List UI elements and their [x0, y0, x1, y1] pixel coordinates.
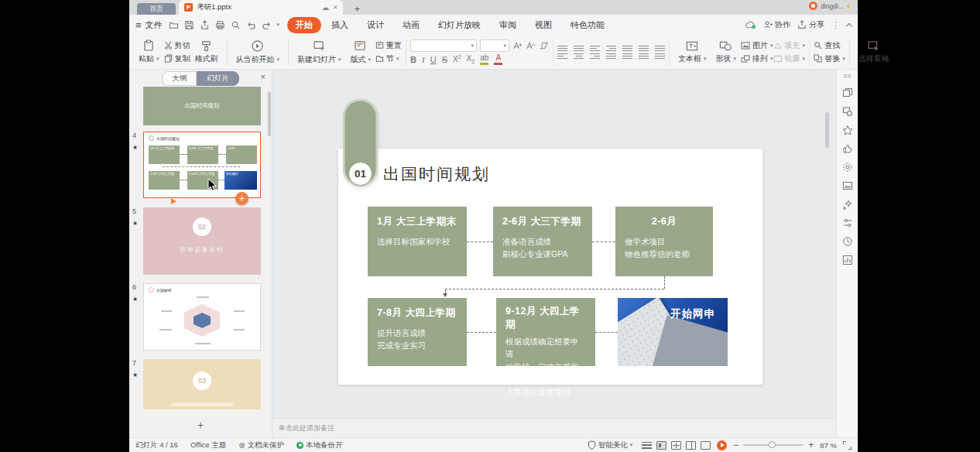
subscript-button[interactable]: X2 — [467, 54, 475, 64]
quick-access-caret-icon[interactable]: ▾ — [277, 22, 280, 28]
align-left-icon[interactable] — [557, 53, 567, 59]
bullets-icon[interactable] — [557, 46, 567, 51]
line-spacing-icon[interactable] — [622, 46, 632, 51]
flow-box-4[interactable]: 7-8月 大四上学期 提升语言成绩 完成专业实习 — [368, 298, 467, 366]
tab-insert[interactable]: 插入 — [323, 17, 357, 33]
tab-home[interactable]: 开始 — [287, 17, 321, 33]
close-tab-icon[interactable]: × — [333, 3, 338, 12]
paragraph-more-icon[interactable] — [655, 53, 665, 59]
theme-name[interactable]: Office 主题 — [190, 440, 226, 450]
sidebar-handle-icon[interactable]: ≡≡ — [843, 73, 852, 80]
paste-button[interactable]: 粘贴▾ — [134, 39, 164, 65]
backup-status[interactable]: 本地备份开 — [296, 440, 343, 450]
strikethrough-button[interactable]: S — [442, 55, 447, 64]
smart-beautify-button[interactable]: 智能美化 ▾ — [588, 440, 633, 450]
italic-button[interactable]: I — [422, 55, 425, 64]
columns-icon[interactable] — [655, 46, 665, 51]
animation-panel-icon[interactable] — [842, 125, 853, 135]
clear-format-icon[interactable] — [539, 41, 549, 50]
print-preview-icon[interactable] — [231, 20, 241, 30]
slide-4-thumb[interactable]: 出国时间规划 1月 大三上学期末 2-6月 大三下学期 2-6月 7-8月 大四… — [143, 132, 261, 198]
selection-pane-button[interactable]: 选择窗格 — [854, 39, 894, 65]
play-from-current-button[interactable]: 从当前开始▾ — [231, 39, 285, 66]
home-tab[interactable]: 首页 — [137, 3, 176, 15]
flow-box-3[interactable]: 2-6月 做学术项目 物色推荐信的老师 — [615, 207, 713, 276]
flow-box-5[interactable]: 9-12月 大四上学期 根据成绩确定想要申请 的学校，定稿文书和个 人陈述以及推… — [496, 298, 595, 366]
slide-6-thumb[interactable]: 出国材料 — [143, 283, 261, 351]
image-panel-icon[interactable] — [842, 180, 853, 191]
layout-button[interactable]: 版式▾ — [346, 39, 376, 66]
superscript-button[interactable]: X2 — [453, 54, 461, 63]
slide-counter[interactable]: 幻灯片 4 / 16 — [135, 440, 178, 450]
add-slide-button[interactable]: + — [129, 419, 272, 431]
undo-icon[interactable] — [246, 20, 256, 30]
justify-icon[interactable] — [606, 53, 616, 59]
increase-font-icon[interactable] — [512, 41, 523, 50]
reset-button[interactable]: 重置 — [375, 40, 402, 51]
align-right-icon[interactable] — [590, 53, 600, 59]
slide-3-thumb[interactable]: 出国时间规划 — [143, 87, 261, 125]
normal-view-icon[interactable] — [656, 441, 666, 450]
protection-status[interactable]: ⊗ 文档未保护 — [238, 440, 284, 450]
slideshow-play-button[interactable] — [717, 440, 727, 450]
play-animation-icon[interactable] — [171, 198, 176, 204]
share-button[interactable]: 分享 — [797, 19, 824, 30]
new-slide-button[interactable]: 新建幻灯片▾ — [293, 39, 346, 66]
picture-button[interactable]: 图片 ▾ — [741, 40, 773, 51]
slide-5-thumb[interactable]: 02 留学必备材料 — [143, 207, 261, 275]
tab-outline[interactable]: 大纲 — [162, 71, 197, 86]
flow-image-box[interactable]: 开始网申 — [618, 298, 728, 366]
replace-button[interactable]: 替换 ▾ — [814, 53, 845, 64]
recommend-panel-icon[interactable] — [842, 143, 853, 154]
zoom-in-button[interactable]: + — [808, 440, 814, 450]
effects-panel-icon[interactable] — [842, 199, 853, 210]
collaborate-button[interactable]: 协作 — [763, 19, 790, 30]
fit-to-window-icon[interactable] — [843, 441, 852, 450]
font-family-select[interactable]: ▾ — [410, 39, 477, 52]
add-slide-fab[interactable]: + — [235, 192, 248, 205]
slide-canvas[interactable]: 01 出国时间规划 1月 大三上学期末 选择目标国家和学校 2-6月 大三下学期… — [272, 70, 836, 418]
tab-design[interactable]: 设计 — [358, 17, 392, 33]
adjust-panel-icon[interactable] — [842, 217, 853, 228]
panel-scrollbar[interactable] — [268, 91, 271, 136]
redo-icon[interactable] — [262, 20, 272, 30]
chart-panel-icon[interactable] — [842, 255, 853, 265]
collapse-ribbon-icon[interactable] — [846, 22, 852, 29]
more-options-icon[interactable]: ⋮ — [831, 20, 840, 30]
font-size-select[interactable]: ▾ — [480, 39, 509, 52]
open-folder-icon[interactable] — [169, 20, 179, 30]
slide-7-thumb[interactable]: 03 — [143, 359, 261, 409]
text-direction-icon[interactable] — [639, 46, 649, 51]
canvas-scrollbar[interactable] — [825, 112, 829, 148]
numbering-icon[interactable] — [574, 46, 584, 51]
distribute-icon[interactable] — [622, 53, 632, 59]
decrease-indent-icon[interactable] — [590, 46, 600, 51]
tab-view[interactable]: 视图 — [526, 17, 560, 33]
outline-button[interactable]: 轮廓 ▾ — [773, 53, 806, 64]
fill-button[interactable]: 填充 ▾ — [773, 40, 806, 51]
slide-thumbnail-7[interactable]: 7 ★ 03 — [143, 359, 261, 409]
settings-panel-icon[interactable] — [842, 162, 853, 173]
zoom-slider-thumb[interactable] — [769, 441, 776, 448]
save-icon[interactable] — [184, 20, 194, 30]
document-tab[interactable]: P 考研1.pptx ☁ × — [179, 0, 343, 15]
outline-view-icon[interactable] — [642, 442, 652, 449]
tab-animation[interactable]: 动画 — [394, 17, 428, 33]
zoom-out-button[interactable]: − — [733, 440, 738, 450]
slide-thumbnail-3[interactable]: 出国时间规划 — [143, 87, 261, 125]
hamburger-icon[interactable]: ≡ — [135, 19, 142, 31]
cloud-saved-icon[interactable] — [745, 20, 756, 29]
reading-view-icon[interactable] — [686, 441, 696, 450]
slide-thumbnail-4[interactable]: 4 ★ 出国时间规划 1月 大三上学期末 2-6月 大三下学期 2-6月 7-8… — [143, 132, 261, 198]
flow-box-1[interactable]: 1月 大三上学期末 选择目标国家和学校 — [368, 207, 467, 276]
font-color-button[interactable]: A — [494, 54, 502, 65]
underline-button[interactable]: U — [430, 55, 437, 64]
handout-view-icon[interactable] — [701, 441, 711, 450]
section-number-badge[interactable]: 01 — [348, 162, 372, 186]
textbox-button[interactable]: 文本框▾ — [673, 39, 711, 65]
slide-title[interactable]: 出国时间规划 — [383, 163, 490, 185]
section-button[interactable]: 节 ▾ — [375, 53, 402, 64]
export-icon[interactable] — [200, 20, 210, 30]
slide-thumbnail-6[interactable]: 6 ★ 出国材料 — [143, 283, 261, 351]
dingtalk-icon[interactable] — [809, 2, 817, 10]
